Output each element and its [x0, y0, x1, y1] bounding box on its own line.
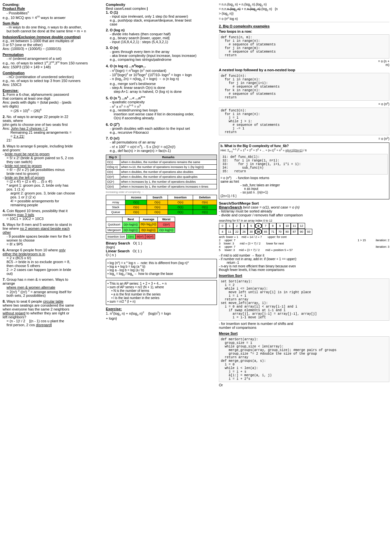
inclusion-eg2: 3 or 5? (one or the other) — [3, 43, 104, 47]
complexity-title: Complexity — [106, 3, 217, 7]
binary-notes: - if mid is odd number → floor it - if n… — [219, 254, 389, 272]
merge-sort-section: Merge Sort def merSort(array): group_siz… — [219, 331, 389, 387]
inclusion-section: Indusion/Exclusion (remove double counti… — [3, 35, 104, 51]
on-section: 3. O (n) - goes through every item in th… — [106, 46, 217, 61]
product-rule-content: - Possibilitiesn — [3, 10, 104, 15]
product-rule-title: Product Rule — [3, 7, 104, 10]
sort-table: Best Average Worst Quicksort Ω(n log(n))… — [106, 217, 175, 233]
permutation-eg: e.g., no. of ways to select 1st,2nd,3rd … — [3, 60, 104, 65]
combination-content: - nCr (combination of unordered selectio… — [3, 75, 104, 79]
page: Counting: Product Rule - Possibilitiesn … — [0, 0, 392, 555]
mid-column: Complexity Best case/Least complex | 1. … — [106, 3, 217, 552]
permutation-title: Permutation — [3, 53, 104, 57]
ex7: 7. Group has n men & n women. Ways to ar… — [3, 278, 104, 298]
inclusion-ans: Ans: (1000/3) + (1000/5) − (1000/15) — [3, 47, 104, 51]
big-o-examples: 2. Big O complexity examples Two loops i… — [219, 24, 389, 141]
onlogn-section: 4. O (n log n) ...n2logn... - n2(logn) =… — [106, 63, 217, 93]
binary-search-info: Binary Search O( 1 ) (logn) Linear Searc… — [106, 241, 217, 257]
binary-search-visual: searching for 57 in an array index 0 to … — [219, 219, 389, 252]
permutation-section: Permutation - n! (ordered arrangement of… — [3, 53, 104, 69]
left-column: Counting: Product Rule - Possibilitiesn … — [3, 3, 104, 552]
ologn-section: 2. O (log n) - divide into halves (then … — [106, 28, 217, 44]
sum-rule-section: Sum Rule - m ways to do one thing, n way… — [3, 21, 104, 33]
counting-title: Counting: — [3, 3, 104, 7]
inclusion-eg: e.g., int between 1-1000 that are multip… — [3, 39, 104, 43]
sum-rule-content: - m ways to do one thing, n ways to do a… — [3, 25, 104, 29]
sum-rule-title: Sum Rule — [3, 21, 104, 25]
right-column: = n.n.(log2 n) + n.(log2 n).(log2 n) = n… — [219, 3, 389, 552]
log-rules: • log (nx) = x * log n ← note: this is d… — [106, 259, 217, 278]
insertion-sort-table: Insertion Sort O(n) Θ(n²) Θ(n²) — [106, 234, 155, 239]
table-label: increasing order of complexity → — [106, 191, 217, 193]
access-table-container: Access Search Insertion Deletion Array O… — [106, 195, 217, 215]
combination-title: Combination — [3, 71, 104, 75]
sum-rule-content2: but both cannot be done at the same time… — [3, 29, 104, 33]
exercise-title: Exercise: — [3, 89, 104, 92]
ex1: 1. Form a 6-char, alphanumeric password … — [3, 92, 104, 113]
ap-series: • This is an AP series: 1 + 2 + 3 + 4...… — [106, 280, 217, 305]
ex4: 4. Coin flipped 10 times, possibility th… — [3, 209, 104, 221]
on-fact-section: 7. O (n!) - all permutations of an array… — [106, 136, 217, 153]
permutation-ans: Ans: 150P3 (150 × 149 × 148) — [3, 65, 104, 69]
ex6: 6. Arrange 6 people from 10 where only e… — [3, 248, 104, 276]
complexity-subtitle: Best case/Least complex | — [106, 7, 217, 10]
insertion-sort-section: Insertion Sort set Sort(array): i = 2 wh… — [219, 274, 389, 329]
o1-section: 1. O (1) - input size irrelevant, only 1… — [106, 10, 217, 26]
ex5: 5. Ways for 8 men and 5 women to stand i… — [3, 223, 104, 246]
complexity-table: Big O Remarks O(1) when n doubles, the n… — [106, 155, 217, 189]
complexity-table-container: Big O Remarks O(1) when n doubles, the n… — [106, 155, 217, 193]
on2-section: 5. O (n 2) ...n1 ...< ...n1+n - quadrati… — [106, 95, 217, 120]
ex8: 8. Ways to seat 6 people circular table … — [3, 299, 104, 327]
o2n-section: 6. O (2n) - growth doubles with each add… — [106, 122, 217, 134]
complexity-section: Complexity Best case/Least complex | 1. … — [106, 3, 217, 153]
exercise-section: Exercise: 1. Form a 6-char, alphanumeric… — [3, 89, 104, 327]
mid-exercise: Exercise: 1. n2(log2 n) + n(log2 n)2 {lo… — [106, 307, 217, 320]
inclusion-title: Indusion/Exclusion (remove double counti… — [3, 35, 104, 39]
func6b-section: b. What is the Big O complexity of func_… — [219, 143, 389, 199]
counting-section: Counting: Product Rule - Possibilitiesn … — [3, 3, 104, 19]
product-rule-example: e.g., 10 MCQ qns = 410 ways to answer — [3, 15, 104, 20]
sort-comparison-container: Best Average Worst Quicksort Ω(n log(n))… — [106, 217, 217, 239]
permutation-content: - n! (ordered arrangement of a set) — [3, 57, 104, 60]
access-table: Access Search Insertion Deletion Array O… — [106, 195, 217, 215]
right-top-math: = n.n.(log2 n) + n.(log2 n).(log2 n) = n… — [219, 3, 389, 22]
ex3: 3. Ways to arrange 6 people, including b… — [3, 144, 104, 207]
combination-section: Combination - nCr (combination of unorde… — [3, 71, 104, 87]
combination-ans: Ans: 150C3 — [3, 83, 104, 87]
combination-eg: e.g., no. of ways to select top 3 from 1… — [3, 79, 104, 83]
search-sort-header: Search/Sort/Merge Sort BinarySearch best… — [219, 201, 389, 217]
ex2: 2. No. of ways to arrange 22 people in 2… — [3, 115, 104, 142]
